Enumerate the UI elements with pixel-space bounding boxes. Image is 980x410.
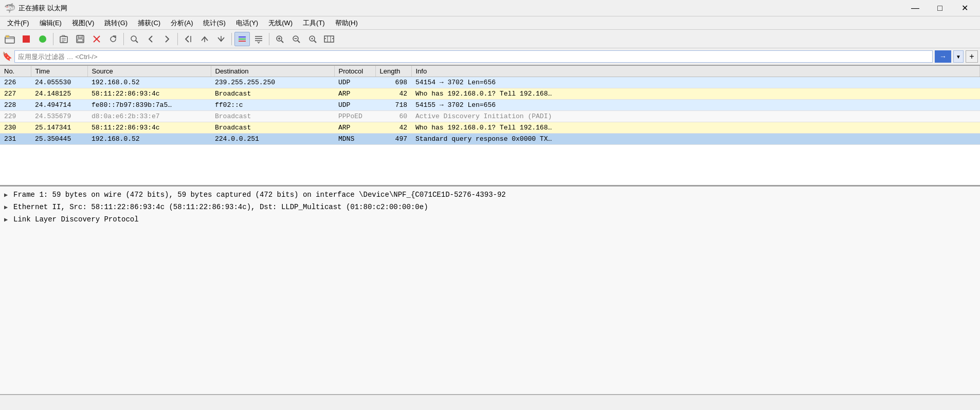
filter-apply-button[interactable]: → [935,50,951,63]
table-cell: 192.168.0.52 [87,77,211,88]
menu-item[interactable]: 文件(F) [2,17,34,29]
table-cell: 54155 → 3702 Len=656 [411,100,980,111]
table-cell: MDNS [334,134,375,145]
zoom-normal-button[interactable] [305,32,320,46]
menu-item[interactable]: 统计(S) [198,17,230,29]
filter-arrow-icon: → [939,52,947,61]
menu-item[interactable]: 工具(T) [298,17,330,29]
detail-row[interactable]: ▶Link Layer Discovery Protocol [0,213,980,226]
close-capture-button[interactable] [89,32,104,46]
detail-expand-arrow: ▶ [4,216,10,223]
table-cell: 226 [0,77,31,88]
next-packet-button[interactable] [159,32,175,46]
table-cell: 227 [0,88,31,100]
zoom-out-button[interactable] [288,32,304,46]
table-cell: Broadcast [211,88,334,100]
table-row[interactable]: 22924.535679d8:0a:e6:2b:33:e7BroadcastPP… [0,111,980,122]
menu-item[interactable]: 电话(Y) [231,17,263,29]
minimize-button[interactable]: — [904,1,927,15]
table-cell: Standard query response 0x0000 TX… [411,134,980,145]
reload-button[interactable] [105,32,121,46]
svg-rect-29 [324,36,334,42]
maximize-button[interactable]: □ [929,1,951,15]
bytes-panel [0,395,980,410]
filter-add-button[interactable]: + [966,50,978,63]
table-cell: 224.0.0.251 [211,134,334,145]
toolbar-separator-1 [53,33,53,45]
menu-item[interactable]: 帮助(H) [330,17,363,29]
table-cell: 228 [0,100,31,111]
stop-icon [23,35,30,43]
table-cell: Who has 192.168.0.1? Tell 192.168… [411,88,980,100]
main-content: No. Time Source Destination Protocol Len… [0,66,980,410]
table-cell: PPPoED [334,111,375,122]
table-cell: 54154 → 3702 Len=656 [411,77,980,88]
restart-capture-button[interactable] [35,32,50,46]
menu-item[interactable]: 捕获(C) [133,17,166,29]
header-no: No. [0,66,31,77]
table-row[interactable]: 22724.14812558:11:22:86:93:4cBroadcastAR… [0,88,980,100]
table-cell: 231 [0,134,31,145]
table-cell: fe80::7b97:839b:7a5… [87,100,211,111]
resize-columns-button[interactable] [321,32,337,46]
menu-item[interactable]: 分析(A) [166,17,198,29]
menu-item[interactable]: 无线(W) [263,17,298,29]
menu-bar: 文件(F)编辑(E)视图(V)跳转(G)捕获(C)分析(A)统计(S)电话(Y)… [0,16,980,30]
table-cell: UDP [334,77,375,88]
go-down-button[interactable] [213,32,229,46]
filter-dropdown-icon: ▼ [956,54,961,60]
table-row[interactable]: 23025.14734158:11:22:86:93:4cBroadcastAR… [0,122,980,134]
stop-capture-button[interactable] [19,32,34,46]
svg-line-27 [314,41,316,43]
table-cell: d8:0a:e6:2b:33:e7 [87,111,211,122]
table-cell: 42 [375,122,411,134]
packet-table-body: 22624.055530192.168.0.52239.255.255.250U… [0,77,980,145]
menu-item[interactable]: 编辑(E) [34,17,67,29]
header-time: Time [31,66,87,77]
detail-panel: ▶Frame 1: 59 bytes on wire (472 bits), 5… [0,187,980,395]
go-up-button[interactable] [197,32,212,46]
packet-table-header: No. Time Source Destination Protocol Len… [0,66,980,77]
table-cell: 718 [375,100,411,111]
table-row[interactable]: 22624.055530192.168.0.52239.255.255.250U… [0,77,980,88]
open-file-button[interactable] [2,32,17,46]
go-first-button[interactable] [180,32,196,46]
find-packet-button[interactable] [126,32,142,46]
table-row[interactable]: 22824.494714fe80::7b97:839b:7a5…ff02::cU… [0,100,980,111]
toolbar-separator-4 [231,33,232,45]
table-cell: 25.350445 [31,134,87,145]
app-icon: 🦈 [4,3,15,14]
filter-input[interactable] [14,50,933,63]
filter-dropdown-button[interactable]: ▼ [953,50,964,63]
save-capture-button[interactable] [72,32,88,46]
table-row[interactable]: 23125.350445192.168.0.52224.0.0.251MDNS4… [0,134,980,145]
svg-point-28 [312,38,313,39]
filter-add-icon: + [969,52,974,61]
close-button[interactable]: ✕ [953,1,976,15]
svg-line-20 [281,41,283,43]
table-cell: 24.535679 [31,111,87,122]
detail-text: Ethernet II, Src: 58:11:22:86:93:4c (58:… [13,203,428,211]
table-cell: 192.168.0.52 [87,134,211,145]
title-bar: 🦈 正在捕获 以太网 — □ ✕ [0,0,980,16]
table-cell: Active Discovery Initiation (PADI) [411,111,980,122]
title-controls: — □ ✕ [904,1,976,15]
colorize-button[interactable] [234,32,250,46]
prev-packet-button[interactable] [143,32,158,46]
toolbar-separator-3 [177,33,178,45]
detail-expand-arrow: ▶ [4,203,10,211]
table-cell: 60 [375,111,411,122]
auto-scroll-button[interactable] [251,32,266,46]
menu-item[interactable]: 视图(V) [67,17,99,29]
menu-item[interactable]: 跳转(G) [99,17,133,29]
table-cell: UDP [334,100,375,111]
zoom-in-button[interactable] [272,32,287,46]
svg-rect-5 [78,39,83,42]
open-capture-button[interactable] [56,32,71,46]
table-cell: 24.055530 [31,77,87,88]
detail-row[interactable]: ▶Ethernet II, Src: 58:11:22:86:93:4c (58… [0,201,980,213]
svg-rect-4 [78,35,82,38]
packet-table-container[interactable]: No. Time Source Destination Protocol Len… [0,66,980,187]
packet-table: No. Time Source Destination Protocol Len… [0,66,980,145]
detail-row[interactable]: ▶Frame 1: 59 bytes on wire (472 bits), 5… [0,189,980,201]
